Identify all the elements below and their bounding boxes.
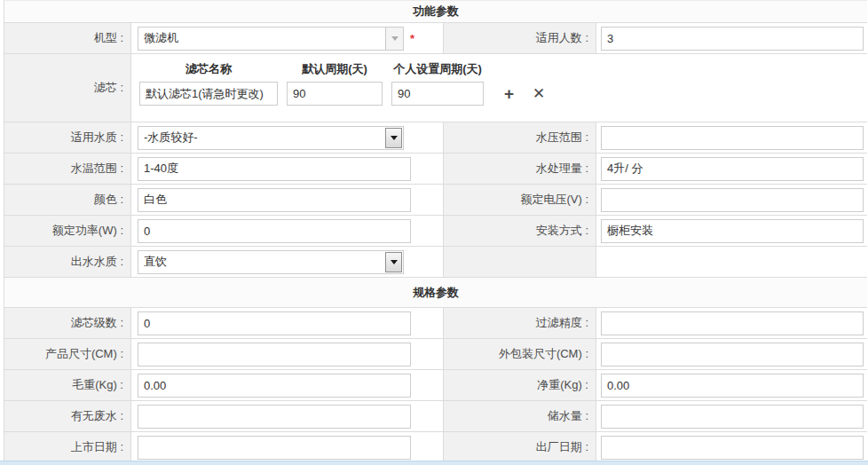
add-filter-icon[interactable]: + bbox=[504, 85, 514, 102]
waste-water-value-cell bbox=[131, 401, 444, 431]
filter-name-header: 滤芯名称 bbox=[139, 61, 278, 77]
water-volume-label: 水处理量 : bbox=[444, 154, 596, 184]
product-size-label: 产品尺寸(CM) : bbox=[4, 339, 131, 369]
product-size-value-cell bbox=[131, 339, 444, 369]
product-parameters-form: 功能参数 机型 : 微滤机 * 适用人数 : 滤芯 : 滤芯名称 bbox=[0, 0, 868, 465]
row-stages-precision: 滤芯级数 : 过滤精度 : bbox=[4, 308, 867, 339]
water-temp-value-cell bbox=[131, 154, 444, 184]
model-value-cell: 微滤机 * bbox=[131, 23, 444, 53]
filter-editor-headers: 滤芯名称 默认周期(天) 个人设置周期(天) bbox=[139, 61, 867, 77]
row-temp-volume: 水温范围 : 水处理量 : bbox=[4, 154, 867, 185]
precision-input[interactable] bbox=[601, 311, 864, 335]
water-quality-select-value: -水质较好- bbox=[144, 130, 198, 146]
required-asterisk: * bbox=[410, 32, 414, 45]
row-weights: 毛重(Kg) : 净重(Kg) : bbox=[4, 370, 867, 401]
filter-label: 滤芯 : bbox=[4, 54, 131, 122]
power-input[interactable] bbox=[138, 219, 411, 243]
personal-cycle-input[interactable] bbox=[391, 82, 484, 106]
net-weight-value-cell bbox=[596, 370, 867, 400]
row-color-voltage: 颜色 : 额定电压(V) : bbox=[4, 185, 867, 216]
model-select-value: 微滤机 bbox=[144, 30, 178, 46]
filter-editor: 滤芯名称 默认周期(天) 个人设置周期(天) + ✕ bbox=[131, 54, 867, 122]
gross-weight-label: 毛重(Kg) : bbox=[4, 370, 131, 400]
people-input[interactable] bbox=[601, 27, 864, 51]
waste-water-label: 有无废水 : bbox=[4, 401, 131, 431]
storage-input[interactable] bbox=[601, 405, 864, 429]
chevron-down-icon[interactable] bbox=[385, 28, 403, 50]
water-temp-input[interactable] bbox=[138, 157, 411, 181]
default-cycle-input[interactable] bbox=[287, 82, 383, 106]
gross-weight-value-cell bbox=[131, 370, 444, 400]
net-weight-label: 净重(Kg) : bbox=[444, 370, 596, 400]
filter-editor-row: + ✕ bbox=[139, 82, 867, 106]
model-label: 机型 : bbox=[4, 23, 131, 53]
voltage-label: 额定电压(V) : bbox=[444, 185, 596, 215]
factory-date-label: 出厂日期 : bbox=[444, 432, 596, 462]
row-product-package-size: 产品尺寸(CM) : 外包装尺寸(CM) : bbox=[4, 339, 867, 370]
launch-date-label: 上市日期 : bbox=[4, 432, 131, 462]
row-quality-pressure: 适用水质 : -水质较好- 水压范围 : bbox=[4, 122, 867, 154]
row-model-people: 机型 : 微滤机 * 适用人数 : bbox=[4, 23, 867, 54]
voltage-value-cell bbox=[596, 185, 867, 215]
default-cycle-header: 默认周期(天) bbox=[287, 61, 383, 77]
storage-value-cell bbox=[596, 401, 867, 431]
water-quality-value-cell: -水质较好- bbox=[131, 122, 444, 153]
section-title: 功能参数 bbox=[413, 4, 459, 20]
precision-value-cell bbox=[596, 308, 867, 338]
factory-date-input[interactable] bbox=[601, 436, 864, 460]
row-filter-cartridge: 滤芯 : 滤芯名称 默认周期(天) 个人设置周期(天) + ✕ bbox=[4, 54, 867, 122]
launch-date-value-cell bbox=[131, 432, 444, 462]
people-label: 适用人数 : bbox=[444, 23, 596, 53]
row-waste-storage: 有无废水 : 储水量 : bbox=[4, 401, 867, 432]
precision-label: 过滤精度 : bbox=[444, 308, 596, 338]
water-quality-label: 适用水质 : bbox=[4, 122, 131, 153]
launch-date-input[interactable] bbox=[138, 436, 411, 460]
filter-name-input[interactable] bbox=[139, 82, 278, 106]
parameters-table: 功能参数 机型 : 微滤机 * 适用人数 : 滤芯 : 滤芯名称 bbox=[4, 0, 867, 463]
water-pressure-input[interactable] bbox=[601, 126, 864, 150]
out-quality-label: 出水水质 : bbox=[4, 247, 131, 277]
storage-label: 储水量 : bbox=[444, 401, 596, 431]
install-label: 安装方式 : bbox=[444, 216, 596, 246]
empty-label-cell bbox=[444, 247, 596, 277]
product-size-input[interactable] bbox=[138, 343, 411, 366]
power-value-cell bbox=[131, 216, 444, 246]
people-value-cell bbox=[596, 23, 867, 53]
package-size-value-cell bbox=[596, 339, 867, 369]
filter-stages-input[interactable] bbox=[138, 311, 411, 335]
color-value-cell bbox=[131, 185, 444, 215]
gross-weight-input[interactable] bbox=[138, 374, 411, 398]
color-input[interactable] bbox=[138, 188, 411, 212]
water-pressure-label: 水压范围 : bbox=[444, 122, 596, 153]
model-select[interactable]: 微滤机 bbox=[138, 27, 404, 51]
power-label: 额定功率(W) : bbox=[4, 216, 131, 246]
next-section-top-strip bbox=[0, 461, 868, 465]
chevron-down-icon[interactable] bbox=[385, 252, 402, 272]
out-quality-select-value: 直饮 bbox=[144, 254, 167, 270]
row-power-install: 额定功率(W) : 安装方式 : bbox=[4, 216, 867, 247]
install-input[interactable] bbox=[601, 219, 864, 243]
waste-water-input[interactable] bbox=[138, 405, 411, 429]
voltage-input[interactable] bbox=[601, 188, 864, 212]
net-weight-input[interactable] bbox=[601, 374, 864, 398]
water-quality-select[interactable]: -水质较好- bbox=[138, 126, 404, 150]
water-pressure-value-cell bbox=[596, 122, 867, 153]
section-header-function-params: 功能参数 bbox=[4, 1, 867, 23]
filter-stages-value-cell bbox=[131, 308, 444, 338]
row-dates: 上市日期 : 出厂日期 : bbox=[4, 432, 867, 463]
install-value-cell bbox=[596, 216, 867, 246]
chevron-down-icon[interactable] bbox=[385, 128, 402, 148]
row-out-quality: 出水水质 : 直饮 bbox=[4, 247, 867, 278]
remove-filter-icon[interactable]: ✕ bbox=[533, 86, 545, 101]
out-quality-select[interactable]: 直饮 bbox=[138, 250, 404, 274]
personal-cycle-header: 个人设置周期(天) bbox=[391, 61, 484, 77]
section-header-spec-params: 规格参数 bbox=[4, 278, 867, 308]
filter-stages-label: 滤芯级数 : bbox=[4, 308, 131, 338]
water-temp-label: 水温范围 : bbox=[4, 154, 131, 184]
package-size-input[interactable] bbox=[601, 343, 864, 366]
water-volume-value-cell bbox=[596, 154, 867, 184]
section-title: 规格参数 bbox=[413, 285, 459, 301]
water-volume-input[interactable] bbox=[601, 157, 864, 181]
package-size-label: 外包装尺寸(CM) : bbox=[444, 339, 596, 369]
color-label: 颜色 : bbox=[4, 185, 131, 215]
